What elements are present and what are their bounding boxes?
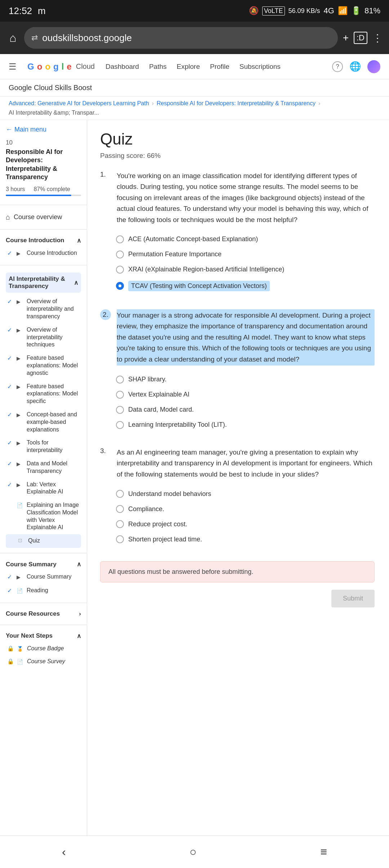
radio-3-1[interactable] — [116, 490, 124, 498]
option-label-2-1: SHAP library. — [128, 376, 166, 383]
radio-2-3[interactable] — [116, 406, 124, 414]
sidebar-item-overview-1[interactable]: ✓ ▶ Overview of interpretability and tra… — [6, 295, 81, 323]
item-label: Feature based explanations: Model specif… — [27, 383, 81, 405]
lock-icon: 🔒 — [7, 658, 14, 665]
question-1: 1. You're working on an image classifica… — [100, 170, 375, 295]
section-header-summary[interactable]: Course Summary ∧ — [6, 561, 81, 568]
help-icon[interactable]: ? — [332, 61, 343, 72]
sidebar-item-overview-2[interactable]: ✓ ▶ Overview of interpretability techniq… — [6, 323, 81, 351]
play-icon: ▶ — [17, 355, 24, 362]
section-header-next-steps[interactable]: Your Next Steps ∧ — [6, 632, 81, 640]
badge-icon: 🏅 — [17, 646, 24, 652]
section-header-course-intro[interactable]: Course Introduction ∧ — [6, 237, 81, 244]
nav-paths[interactable]: Paths — [149, 63, 167, 71]
option-1-1[interactable]: ACE (Automatic Concept-based Explanation… — [116, 232, 375, 247]
android-home-button[interactable]: ○ — [179, 840, 207, 864]
option-1-4[interactable]: TCAV (Testing with Concept Activation Ve… — [116, 277, 375, 295]
sidebar-item-explaining[interactable]: ✓ 📄 Explaining an Image Classification M… — [6, 499, 81, 534]
option-label-3-4: Shorten project lead time. — [128, 536, 202, 543]
submit-button[interactable]: Submit — [331, 590, 375, 607]
option-3-1[interactable]: Understand model behaviors — [116, 486, 375, 501]
option-1-2[interactable]: Permutation Feature Importance — [116, 247, 375, 262]
option-2-1[interactable]: SHAP library. — [116, 372, 375, 387]
radio-3-2[interactable] — [116, 505, 124, 513]
tab-switcher-button[interactable]: :D — [354, 32, 367, 44]
radio-2-2[interactable] — [116, 391, 124, 399]
play-icon: ▶ — [17, 482, 24, 488]
sidebar-item-feature-specific[interactable]: ✓ ▶ Feature based explanations: Model sp… — [6, 380, 81, 408]
sidebar-item-survey[interactable]: 🔒 📄 Course Survey — [6, 655, 81, 668]
back-label: Main menu — [14, 126, 46, 133]
sidebar-section-next-steps: Your Next Steps ∧ 🔒 🏅 Course Badge 🔒 📄 C… — [0, 628, 87, 671]
play-icon: ▶ — [17, 327, 24, 333]
speed-indicator: 56.09 KB/s — [289, 7, 320, 15]
no-notif-icon: 🔕 — [249, 6, 259, 15]
signal-icon: 📶 — [338, 6, 348, 15]
option-label-3-2: Compliance. — [128, 505, 164, 513]
check-icon: ✓ — [7, 460, 14, 468]
play-icon: ▶ — [17, 384, 24, 390]
sidebar-item-lab[interactable]: ✓ ▶ Lab: Vertex Explainable AI — [6, 478, 81, 499]
option-2-2[interactable]: Vertex Explainable AI — [116, 387, 375, 402]
sidebar-item-course-intro[interactable]: ✓ ▶ Course Introduction — [6, 247, 81, 260]
user-avatar[interactable] — [367, 60, 380, 73]
android-menu-button[interactable]: ≡ — [309, 840, 338, 864]
check-icon: ✓ — [7, 411, 14, 419]
sidebar-back-button[interactable]: ← Main menu — [0, 120, 87, 136]
section-title-ai: AI Interpretability & Transparency — [9, 275, 74, 290]
option-2-4[interactable]: Learning Interpretability Tool (LIT). — [116, 417, 375, 433]
sidebar-item-data-model[interactable]: ✓ ▶ Data and Model Transparency — [6, 457, 81, 478]
sidebar-item-reading[interactable]: ✓ 📄 Reading — [6, 584, 81, 598]
sidebar-divider-4 — [0, 553, 87, 553]
status-time: 12:52 — [9, 5, 32, 17]
play-icon: ▶ — [17, 461, 24, 467]
url-bar[interactable]: ⇄ oudskillsboost.google — [24, 27, 337, 49]
nav-explore[interactable]: Explore — [177, 63, 200, 71]
play-icon: ▶ — [17, 412, 24, 418]
radio-3-3[interactable] — [116, 520, 124, 528]
more-menu-button[interactable]: ⋮ — [372, 32, 383, 44]
option-3-4[interactable]: Shorten project lead time. — [116, 532, 375, 547]
breadcrumb-item-2[interactable]: Responsible AI for Developers: Interpret… — [157, 100, 316, 107]
new-tab-button[interactable]: + — [343, 32, 349, 44]
option-3-2[interactable]: Compliance. — [116, 501, 375, 517]
sidebar-overview[interactable]: ⌂ Course overview — [0, 208, 87, 226]
question-3-header: 3. As an AI engineering team manager, yo… — [100, 447, 375, 480]
android-back-button[interactable]: ‹ — [51, 840, 77, 864]
question-2: 2. Your manager is a strong advocate for… — [100, 309, 375, 433]
play-icon: ▶ — [17, 440, 24, 446]
section-chevron-next-steps: ∧ — [77, 632, 81, 640]
sidebar-item-badge[interactable]: 🔒 🏅 Course Badge — [6, 642, 81, 655]
hamburger-icon[interactable]: ☰ — [9, 62, 17, 72]
sidebar-item-feature-agnostic[interactable]: ✓ ▶ Feature based explanations: Model ag… — [6, 351, 81, 380]
sidebar-item-tools[interactable]: ✓ ▶ Tools for interpretability — [6, 436, 81, 457]
nav-profile[interactable]: Profile — [210, 63, 229, 71]
radio-1-4[interactable] — [116, 282, 124, 290]
breadcrumb-item-1[interactable]: Advanced: Generative AI for Developers L… — [9, 100, 149, 107]
sidebar-section-resources[interactable]: Course Resources › — [0, 606, 87, 622]
sidebar-section-ai: AI Interpretability & Transparency ∧ ✓ ▶… — [0, 268, 87, 550]
sidebar-item-concept[interactable]: ✓ ▶ Concept-based and example-based expl… — [6, 408, 81, 436]
radio-1-2[interactable] — [116, 251, 124, 258]
radio-1-3[interactable] — [116, 266, 124, 274]
option-3-3[interactable]: Reduce project cost. — [116, 517, 375, 532]
option-1-3[interactable]: XRAI (eXplainable Region-based Artificia… — [116, 262, 375, 277]
section-header-ai[interactable]: AI Interpretability & Transparency ∧ — [6, 273, 81, 293]
radio-2-1[interactable] — [116, 376, 124, 384]
radio-2-4[interactable] — [116, 421, 124, 429]
sidebar-item-course-summary[interactable]: ✓ ▶ Course Summary — [6, 570, 81, 584]
option-label-1-3: XRAI (eXplainable Region-based Artificia… — [128, 266, 284, 273]
breadcrumb-sep-1: › — [152, 100, 154, 107]
question-2-text: Your manager is a strong advocate for re… — [117, 309, 375, 366]
nav-subscriptions[interactable]: Subscriptions — [240, 63, 281, 71]
language-icon[interactable]: 🌐 — [349, 61, 361, 72]
status-bar: 12:52 m 🔕 VoLTE 56.09 KB/s 4G 📶 🔋 81% — [0, 0, 389, 22]
option-2-3[interactable]: Data card, Model card. — [116, 402, 375, 417]
sidebar-item-quiz[interactable]: ✓ ⊡ Quiz — [6, 534, 81, 548]
radio-1-1[interactable] — [116, 235, 124, 243]
browser-home-button[interactable]: ⌂ — [6, 28, 19, 48]
overview-label: Course overview — [14, 213, 62, 221]
question-3-options: Understand model behaviors Compliance. R… — [100, 486, 375, 547]
nav-dashboard[interactable]: Dashboard — [106, 63, 139, 71]
radio-3-4[interactable] — [116, 535, 124, 543]
